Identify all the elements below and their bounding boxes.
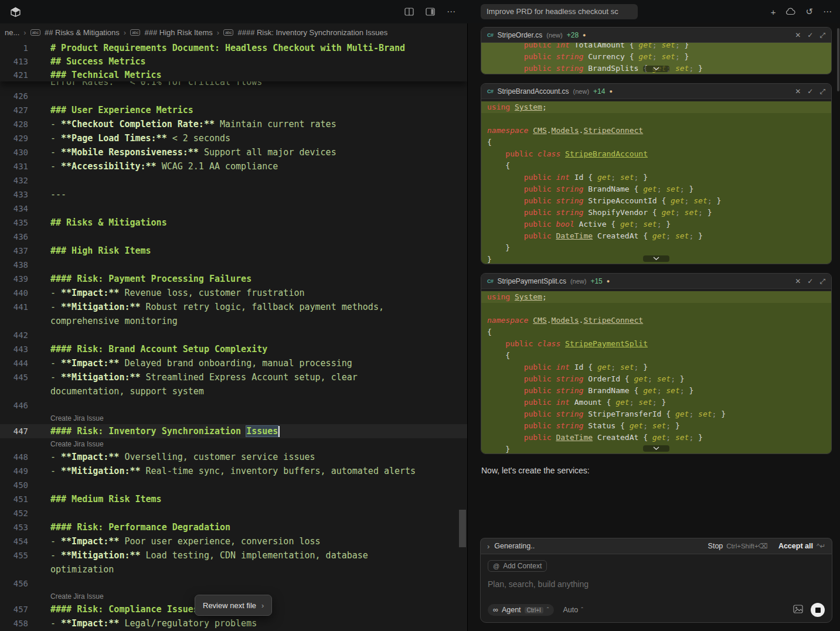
line-number: 450 <box>0 480 28 490</box>
editor-line[interactable]: 434 <box>0 202 467 216</box>
expand-chevron[interactable] <box>481 443 831 453</box>
agent-mode-selector[interactable]: ∞ Agent Ctrl+I ˆ <box>488 604 554 616</box>
editor-scrollbar[interactable] <box>459 510 466 547</box>
split-editor-icon[interactable] <box>404 8 414 16</box>
editor-line[interactable]: 452 <box>0 506 467 520</box>
editor-line[interactable]: 432 <box>0 173 467 187</box>
expand-icon[interactable]: ⤢ <box>819 277 825 285</box>
expand-icon[interactable]: ⤢ <box>819 31 825 39</box>
app-window: ⋯ Improve PRD for headless checkout sc +… <box>0 0 840 631</box>
close-icon[interactable]: ✕ <box>795 277 801 285</box>
line-number: 428 <box>0 120 28 129</box>
model-selector[interactable]: Auto ˆ <box>563 606 583 614</box>
editor-line[interactable]: 448- **Impact:** Overselling, customer s… <box>0 450 467 464</box>
line-number: 458 <box>0 619 28 628</box>
editor-line[interactable]: 435## Risks & Mitigations <box>0 216 467 230</box>
expand-icon[interactable]: ⤢ <box>819 87 825 95</box>
line-number: 454 <box>0 537 28 546</box>
accept-icon[interactable]: ✓ <box>807 277 813 285</box>
editor-line[interactable]: documentation, support system <box>0 384 467 398</box>
line-number: 439 <box>0 274 28 284</box>
chevron-right-icon[interactable]: › <box>487 542 489 551</box>
editor-line[interactable]: 429- **Page Load Times:** < 2 seconds <box>0 131 467 145</box>
editor-line[interactable]: 427### User Experience Metrics <box>0 103 467 117</box>
editor-line[interactable]: 428- **Checkout Completion Rate:** Maint… <box>0 117 467 131</box>
line-text: Create Jira Issue <box>50 440 104 448</box>
breadcrumb-item[interactable]: #### Risk: Inventory Synchronization Iss… <box>237 28 387 37</box>
breadcrumb-item[interactable]: ### High Risk Items <box>144 28 212 37</box>
history-icon[interactable]: ↺ <box>805 6 813 17</box>
review-next-file-button[interactable]: Review next file › <box>195 595 272 616</box>
editor-line[interactable]: 447#### Risk: Inventory Synchronization … <box>0 424 467 438</box>
editor-line[interactable]: comprehensive monitoring <box>0 314 467 328</box>
editor-line[interactable]: 446 <box>0 398 467 412</box>
editor-line[interactable]: 445- **Mitigation:** Streamlined Express… <box>0 370 467 384</box>
editor-line[interactable]: 444- **Impact:** Delayed brand onboardin… <box>0 356 467 370</box>
breadcrumb-item[interactable]: ne... <box>5 28 19 37</box>
editor-line[interactable]: 438 <box>0 258 467 272</box>
chevron-right-icon: › <box>217 28 219 37</box>
code-lens[interactable]: Create Jira Issue <box>0 438 467 450</box>
editor-line[interactable]: 426 <box>0 89 467 103</box>
editor-line[interactable]: 442 <box>0 328 467 342</box>
code-lens[interactable]: Create Jira Issue <box>0 412 467 424</box>
line-text: - **Page Load Times:** < 2 seconds <box>50 133 230 144</box>
cloud-icon[interactable] <box>785 7 795 17</box>
editor-line[interactable]: 454- **Impact:** Poor user experience, c… <box>0 534 467 548</box>
editor-line[interactable]: 421### Technical Metrics <box>0 68 467 81</box>
close-icon[interactable]: ✕ <box>795 87 801 95</box>
new-chat-icon[interactable]: + <box>771 7 776 17</box>
editor-line[interactable]: 1# Product Requirements Document: Headle… <box>0 41 467 54</box>
editor-line[interactable]: 440- **Impact:** Revenue loss, customer … <box>0 286 467 300</box>
editor-line[interactable]: 441- **Mitigation:** Robust retry logic,… <box>0 300 467 314</box>
accept-icon[interactable]: ✓ <box>807 31 813 39</box>
editor-line[interactable]: 443#### Risk: Brand Account Setup Comple… <box>0 342 467 356</box>
editor-line[interactable]: optimization <box>0 562 467 577</box>
diff-card: C#StripePaymentSplit.cs(new)+15●✕✓⤢using… <box>481 273 832 454</box>
stop-generation-button[interactable] <box>811 603 825 617</box>
line-number: 457 <box>0 605 28 614</box>
line-text: - **Mitigation:** Real-time sync, invent… <box>50 466 416 476</box>
diff-card-header[interactable]: C#StripeBrandAccount.cs(new)+14●✕✓⤢ <box>481 84 831 99</box>
editor-line[interactable]: 413## Success Metrics <box>0 54 467 68</box>
sticky-scroll[interactable]: 1# Product Requirements Document: Headle… <box>0 41 467 81</box>
add-context-button[interactable]: @ Add Context <box>488 560 547 572</box>
editor-line[interactable]: 456 <box>0 577 467 591</box>
close-icon[interactable]: ✕ <box>795 31 801 39</box>
composer-input[interactable]: Plan, search, build anything <box>488 579 825 589</box>
editor-line[interactable]: 431- **Accessibility:** WCAG 2.1 AA comp… <box>0 159 467 173</box>
editor-line[interactable]: 451### Medium Risk Items <box>0 492 467 506</box>
editor-line[interactable]: 455- **Mitigation:** Load testing, CDN i… <box>0 548 467 562</box>
image-icon[interactable] <box>793 605 803 616</box>
chat-more-icon[interactable]: ⋯ <box>823 6 832 17</box>
editor-line[interactable]: 433--- <box>0 187 467 202</box>
editor-line[interactable]: 453#### Risk: Performance Degradation <box>0 520 467 534</box>
diff-code-line <box>481 303 831 315</box>
editor-line[interactable]: 437### High Risk Items <box>0 244 467 258</box>
diff-code-line: { <box>481 137 831 148</box>
line-text: ### High Risk Items <box>50 245 151 256</box>
toggle-layout-icon[interactable] <box>426 8 435 16</box>
expand-chevron[interactable] <box>481 63 831 74</box>
markdown-editor[interactable]: Error Rates: < 0.1% for critical flows42… <box>0 41 467 631</box>
editor-line[interactable]: 436 <box>0 230 467 244</box>
chat-scrollbar[interactable] <box>837 28 839 91</box>
editor-line[interactable]: 430- **Mobile Responsiveness:** Support … <box>0 145 467 159</box>
expand-chevron[interactable] <box>481 253 831 264</box>
chat-title[interactable]: Improve PRD for headless checkout sc <box>481 4 638 19</box>
diff-card-header[interactable]: C#StripePaymentSplit.cs(new)+15●✕✓⤢ <box>481 274 831 289</box>
editor-line[interactable]: 458- **Impact:** Legal/regulatory proble… <box>0 616 467 630</box>
accept-all-button[interactable]: Accept all ^↵ <box>778 542 825 550</box>
editor-line[interactable]: 449- **Mitigation:** Real-time sync, inv… <box>0 464 467 478</box>
breadcrumb-item[interactable]: ## Risks & Mitigations <box>45 28 120 37</box>
diff-code-line: public DateTime CreatedAt { get; set; } <box>481 230 831 242</box>
editor-line[interactable]: 439#### Risk: Payment Processing Failure… <box>0 272 467 286</box>
accept-icon[interactable]: ✓ <box>807 87 813 95</box>
stop-button[interactable]: Stop Ctrl+Shift+⌫ <box>708 542 768 550</box>
breadcrumb[interactable]: ne...›abc## Risks & Mitigations›abc### H… <box>0 23 467 41</box>
editor-more-icon[interactable]: ⋯ <box>447 6 455 17</box>
editor-line[interactable]: 450 <box>0 478 467 492</box>
agent-label: Agent <box>502 606 521 614</box>
line-text: #### Risk: Payment Processing Failures <box>50 274 251 284</box>
diff-card-header[interactable]: C#StripeOrder.cs(new)+28●✕✓⤢ <box>481 28 831 43</box>
